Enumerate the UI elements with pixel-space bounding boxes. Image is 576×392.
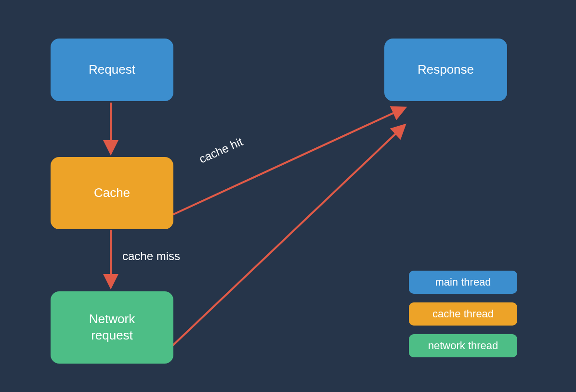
legend-cache-thread: cache thread: [409, 302, 517, 326]
node-response: Response: [384, 39, 507, 101]
legend-main-thread-label: main thread: [435, 276, 491, 288]
edge-label-cache-miss: cache miss: [122, 249, 180, 263]
legend-cache-thread-label: cache thread: [432, 308, 494, 320]
edge-label-cache-hit: cache hit: [197, 135, 245, 166]
diagram-canvas: Request Cache Network request Response c…: [0, 0, 576, 392]
node-cache: Cache: [51, 157, 173, 229]
legend-main-thread: main thread: [409, 271, 517, 294]
node-request: Request: [51, 39, 173, 101]
edge-label-cache-miss-text: cache miss: [122, 249, 180, 262]
node-request-label: Request: [89, 62, 135, 78]
edge-label-cache-hit-text: cache hit: [197, 135, 245, 166]
legend-network-thread-label: network thread: [428, 340, 498, 352]
node-network-request: Network request: [51, 291, 173, 364]
node-response-label: Response: [418, 62, 474, 78]
node-network-request-label: Network request: [89, 311, 135, 344]
node-cache-label: Cache: [94, 185, 130, 201]
legend-network-thread: network thread: [409, 334, 517, 357]
